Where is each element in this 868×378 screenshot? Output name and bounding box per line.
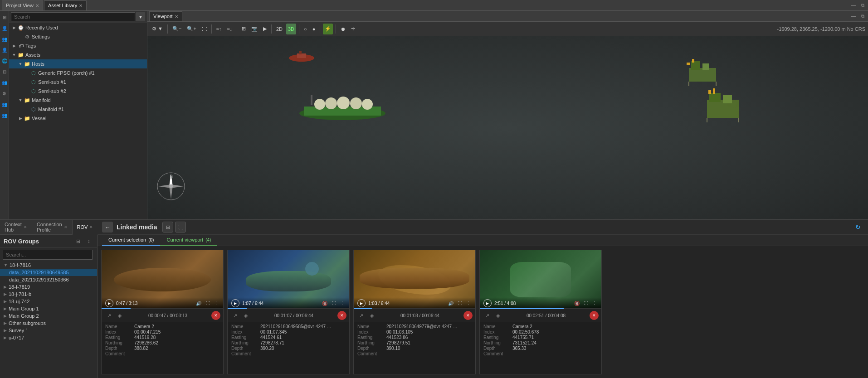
group-u-0717[interactable]: ▶ u-0717 (0, 334, 97, 341)
asset-library-tab-close[interactable]: ✕ (79, 3, 83, 8)
vt-circle-fill-btn[interactable]: ● (311, 24, 317, 34)
project-view-tab-close[interactable]: ✕ (35, 3, 39, 8)
ca-link-2[interactable]: ↗ (230, 311, 239, 320)
vt-lightning-btn[interactable]: ⚡ (323, 24, 333, 34)
connection-profile-close[interactable]: ✕ (64, 225, 68, 229)
manifold-action2[interactable]: ▼ (139, 97, 145, 103)
group-survey1[interactable]: ▶ Survey 1 (0, 327, 97, 334)
vid-menu-1[interactable]: ⋮ (212, 300, 219, 307)
tab-viewport[interactable]: Viewport ✕ (149, 11, 182, 21)
rov-header-icon2[interactable]: ↕ (84, 237, 93, 246)
tags-action2[interactable]: ▼ (139, 43, 145, 49)
vol-btn-1[interactable]: 🔊 (196, 301, 201, 306)
tab-rov[interactable]: ROV ✕ (73, 220, 98, 235)
ca-pin-4[interactable]: ◈ (493, 311, 502, 320)
play-btn-4[interactable]: ▶ (483, 299, 492, 307)
vt-3d-btn[interactable]: 3D (286, 24, 296, 34)
rov-tab-close[interactable]: ✕ (89, 225, 93, 229)
group-18-j-781-b[interactable]: ▶ 18-j-781-b (0, 291, 97, 298)
tree-assets[interactable]: ▼ 📁 Assets ⊟ ▼ (9, 50, 147, 59)
play-btn-1[interactable]: ▶ (105, 299, 113, 307)
media-expand-icon[interactable]: ⛶ (175, 222, 186, 233)
group-data1[interactable]: data_20211029180649585 (0, 269, 97, 276)
window-restore-btn[interactable]: ⧉ (859, 2, 866, 9)
icon-layer[interactable]: ⊟ (0, 67, 9, 76)
viewport-min-btn[interactable]: — (850, 13, 857, 20)
rov-header-icon1[interactable]: ⊟ (73, 237, 83, 246)
vt-zoom-in-btn[interactable]: 🔍+ (185, 24, 198, 34)
tags-action1[interactable]: ⊟ (132, 43, 138, 49)
filter-button[interactable]: ▼ (136, 12, 145, 21)
vid-menu-4[interactable]: ⋮ (590, 300, 598, 307)
vol-btn-4[interactable]: 🔇 (574, 301, 580, 306)
viewport-canvas[interactable]: N (147, 36, 868, 219)
play-btn-3[interactable]: ▶ (357, 299, 366, 307)
viewport-tab-close[interactable]: ✕ (175, 14, 178, 19)
ca-link-1[interactable]: ↗ (104, 311, 113, 320)
vid-fullscreen-1[interactable]: ⛶ (204, 300, 211, 307)
group-18-uj-742[interactable]: ▶ 18-uj-742 (0, 298, 97, 305)
media-subtab-viewport[interactable]: Current viewport (4) (160, 235, 217, 246)
vt-record-btn[interactable]: ⏺ (339, 24, 347, 34)
video-thumb-3[interactable]: ▶ 1:03 / 6:44 🔊 ⛶ ⋮ (354, 250, 475, 309)
vt-video-btn[interactable]: 📷 (249, 24, 259, 34)
ca-delete-1[interactable]: ✕ (211, 311, 220, 320)
ca-link-4[interactable]: ↗ (483, 311, 492, 320)
ca-link-3[interactable]: ↗ (356, 311, 366, 320)
vid-menu-2[interactable]: ⋮ (338, 300, 346, 307)
recently-used-action1[interactable]: ⊟ (132, 24, 138, 31)
vessel-action1[interactable]: ⊟ (139, 115, 145, 121)
ca-pin-1[interactable]: ◈ (115, 311, 124, 320)
tree-vessel[interactable]: ▶ 📁 Vessel ⊟ (9, 114, 147, 123)
group-other[interactable]: ▶ Other subgroups (0, 320, 97, 327)
vt-2d-btn[interactable]: 2D (274, 24, 284, 34)
vt-settings-btn[interactable]: ⚙ ▼ (150, 24, 165, 34)
ca-pin-3[interactable]: ◈ (367, 311, 376, 320)
vt-crosshair-btn[interactable]: ✛ (349, 24, 357, 34)
tree-manifold1[interactable]: ⬡ Manifold #1 (9, 105, 147, 114)
video-thumb-2[interactable]: ▶ 1:07 / 6:44 🔇 ⛶ ⋮ (228, 250, 349, 309)
icon-user1[interactable]: 👤 (0, 24, 9, 33)
icon-globe[interactable]: 🌐 (0, 56, 9, 65)
group-main1[interactable]: ▶ Main Group 1 (0, 305, 97, 312)
assets-action2[interactable]: ▼ (139, 52, 145, 58)
video-thumb-4[interactable]: ▶ 2:51 / 4:08 🔇 ⛶ ⋮ (480, 250, 601, 309)
recently-used-action2[interactable]: ▼ (139, 24, 145, 31)
icon-users6[interactable]: 👥 (0, 111, 9, 120)
vt-zoom-out-btn[interactable]: 🔍− (171, 24, 183, 34)
vt-wave1-btn[interactable]: ≈↑ (215, 24, 224, 34)
play-btn-2[interactable]: ▶ (231, 299, 239, 307)
icon-user3[interactable]: 👤 (0, 45, 9, 54)
icon-home[interactable]: ⊞ (0, 13, 9, 22)
media-refresh-btn[interactable]: ↻ (853, 222, 863, 233)
tab-connection-profile[interactable]: Connection Profile ✕ (32, 220, 73, 234)
vol-btn-3[interactable]: 🔊 (448, 301, 454, 306)
media-subtab-selection[interactable]: Current selection (0) (102, 235, 160, 246)
vt-wave2-btn[interactable]: ≈↓ (225, 24, 234, 34)
vid-fullscreen-2[interactable]: ⛶ (330, 300, 337, 307)
icon-users4[interactable]: 👥 (0, 78, 9, 87)
tab-context-hub[interactable]: Context Hub ✕ (0, 220, 32, 234)
context-hub-close[interactable]: ✕ (24, 225, 27, 229)
asset-search-input[interactable] (11, 12, 135, 21)
tree-settings[interactable]: ⚙ Settings (9, 32, 147, 41)
assets-action1[interactable]: ⊟ (132, 52, 138, 58)
tab-project-view[interactable]: Project View ✕ (2, 0, 43, 10)
media-layout-icon[interactable]: ⊞ (162, 222, 173, 233)
group-18-f-7816[interactable]: ▼ 18-f-7816 (0, 262, 97, 269)
icon-user2[interactable]: 👥 (0, 34, 9, 44)
ca-delete-4[interactable]: ✕ (590, 311, 599, 320)
tree-semisub1[interactable]: ⬡ Semi-sub #1 (9, 78, 147, 87)
tree-recently-used[interactable]: ▶ ⌚ Recently Used ⊟ ▼ (9, 23, 147, 32)
vol-btn-2[interactable]: 🔇 (322, 301, 327, 306)
vt-layers-btn[interactable]: ⊞ (240, 24, 248, 34)
group-18-f-7819[interactable]: ▶ 18-f-7819 (0, 283, 97, 291)
hosts-action1[interactable]: ⊟ (132, 61, 138, 67)
manifold-action1[interactable]: ⊟ (132, 97, 138, 103)
group-data2[interactable]: data_20211029192150366 (0, 276, 97, 283)
vt-fit-btn[interactable]: ⛶ (200, 24, 209, 34)
vt-circle-empty-btn[interactable]: ○ (302, 24, 309, 34)
tree-tags[interactable]: ▶ 🏷 Tags ⊟ ▼ (9, 41, 147, 50)
ca-delete-2[interactable]: ✕ (337, 311, 346, 320)
group-main2[interactable]: ▶ Main Group 2 (0, 312, 97, 320)
